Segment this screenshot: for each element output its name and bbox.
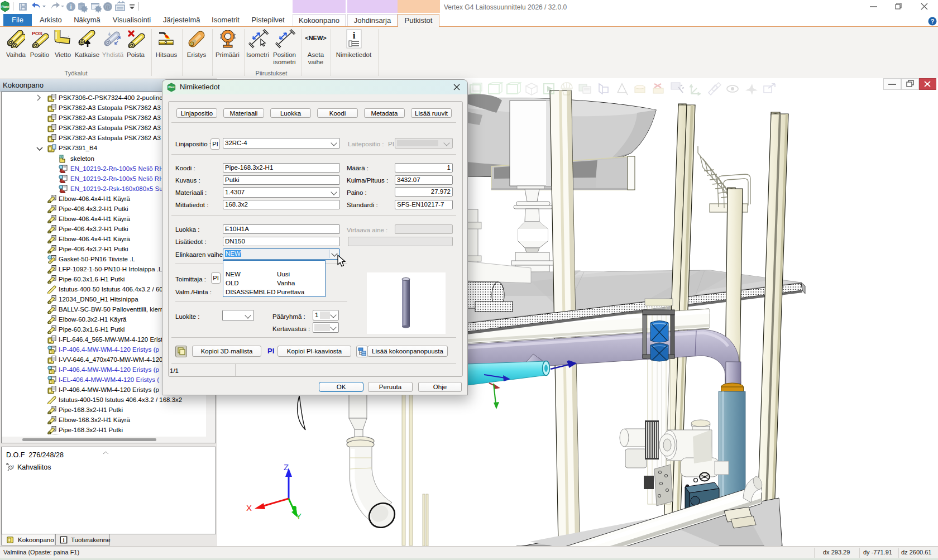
svg-text:Plant: Plant bbox=[1, 5, 9, 8]
svg-text:i: i bbox=[70, 3, 71, 10]
svg-text:i: i bbox=[353, 30, 356, 41]
svg-text:X: X bbox=[246, 503, 252, 513]
svg-text:i: i bbox=[63, 537, 65, 543]
svg-text:Plant: Plant bbox=[169, 86, 175, 89]
svg-text:POS: POS bbox=[32, 31, 42, 36]
svg-text:Z: Z bbox=[284, 462, 289, 472]
svg-text:Y: Y bbox=[296, 511, 302, 521]
svg-text:R: R bbox=[106, 4, 110, 10]
svg-text:?: ? bbox=[931, 18, 935, 25]
